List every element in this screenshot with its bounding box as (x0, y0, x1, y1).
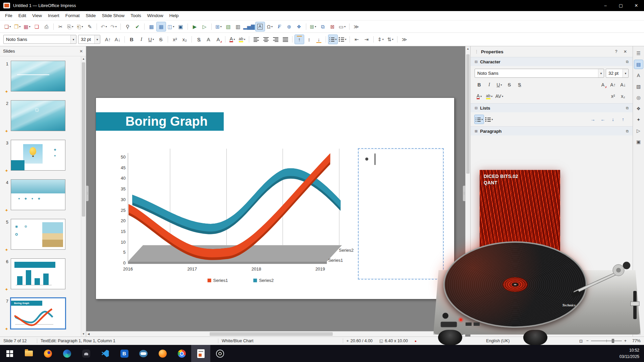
menu-window[interactable]: Window (144, 12, 166, 19)
clear-formatting-button[interactable]: A (214, 35, 223, 44)
collapse-icon[interactable]: ⊟ (475, 60, 478, 64)
thumbnail-image[interactable]: ✦❖✦❖ (11, 179, 65, 210)
menu-edit[interactable]: Edit (15, 12, 29, 19)
valign-top-button[interactable]: ↑ (295, 35, 304, 44)
task-firefox[interactable] (38, 345, 57, 362)
taskbar-clock[interactable]: 10:52 03/11/2025 (620, 347, 644, 360)
insert-image-button[interactable]: ▧ (224, 22, 233, 31)
pane-splitter-right[interactable]: ⋮ (463, 186, 465, 201)
redo-button[interactable]: ↷ ▾ (109, 22, 118, 31)
subscript-button[interactable]: x₂ (180, 35, 189, 44)
maximize-button[interactable]: ▢ (613, 0, 629, 11)
slide-thumbnail-3[interactable]: 3 ❖✦ ✦ (0, 140, 81, 171)
task-screen-recorder[interactable] (210, 345, 229, 362)
new-slide-button[interactable]: ⊞ ▾ (309, 22, 318, 31)
sidebar-menu-button[interactable]: ☰ (634, 49, 643, 58)
duplicate-slide-button[interactable]: ⧉ (318, 22, 327, 31)
valign-center-button[interactable]: ↕ (305, 35, 314, 44)
print-button[interactable]: ⎙ (42, 22, 51, 31)
dialog-launcher-icon[interactable]: ⧉ (626, 106, 629, 110)
sidebar-italic-button[interactable]: I (485, 80, 494, 89)
sidebar-tab-styles[interactable]: A (634, 71, 643, 80)
sidebar-font-size-combo[interactable]: 32 pt ▾ (606, 69, 629, 78)
slide-title-text[interactable]: Boring Graph (125, 112, 208, 131)
sidebar-underline-button[interactable]: U▾ (495, 80, 504, 89)
snap-grid-button[interactable]: ▦ (157, 22, 166, 31)
menu-help[interactable]: Help (166, 12, 182, 19)
export-pdf-button[interactable]: ❏ (32, 22, 41, 31)
line-spacing-button[interactable]: ⇕ ▾ (376, 35, 385, 44)
sidebar-decrease-size-button[interactable]: A↓ (619, 80, 628, 89)
special-character-button[interactable]: Ω ▾ (265, 22, 274, 31)
thumbnail-image[interactable]: ❖✦ (11, 140, 65, 171)
sidebar-subscript-button[interactable]: x₂ (619, 92, 628, 101)
slide-thumbnail-5[interactable]: 5 ◉ ⊚✪ ✦ (0, 219, 81, 250)
shadow-button[interactable]: S (194, 35, 203, 44)
chevron-down-icon[interactable]: ▾ (623, 69, 628, 77)
task-edge[interactable] (57, 345, 76, 362)
align-right-button[interactable] (271, 35, 280, 44)
scroll-up-icon[interactable]: ▲ (466, 46, 470, 51)
slide-page[interactable]: 50 45 40 35 30 25 20 15 10 5 0 2016 2017… (96, 98, 454, 299)
chevron-down-icon[interactable]: ▾ (598, 69, 604, 77)
menu-tools[interactable]: Tools (127, 12, 144, 19)
display-grid-button[interactable]: ▦ (147, 22, 156, 31)
close-icon[interactable]: ✕ (79, 49, 83, 54)
paste-button[interactable]: ⎗ ▾ (75, 22, 85, 31)
insert-chart-button[interactable]: ▂▅▇ (243, 22, 255, 31)
menu-format[interactable]: Format (62, 12, 83, 19)
close-button[interactable]: ✕ (629, 0, 644, 11)
sidebar-highlight-button[interactable]: ab▾ (485, 92, 494, 101)
spelling-button[interactable]: ✔ (133, 22, 142, 31)
insert-textbox-button[interactable]: A (256, 22, 265, 31)
start-current-slide-button[interactable]: ▷ (200, 22, 209, 31)
collapse-icon[interactable]: ⊟ (475, 106, 478, 110)
chevron-down-icon[interactable]: ▾ (94, 35, 100, 44)
task-vscode[interactable] (96, 345, 115, 362)
insert-table-button[interactable]: ⊞ ▾ (214, 22, 223, 31)
start-button[interactable] (0, 345, 19, 362)
slide-thumbnail-2[interactable]: 2 ☼ ✦ (0, 100, 81, 131)
task-chrome[interactable] (172, 345, 191, 362)
undo-button[interactable]: ↶ ▾ (99, 22, 108, 31)
menu-insert[interactable]: Insert (45, 12, 62, 19)
fontwork-button[interactable]: F (275, 22, 284, 31)
sidebar-tab-shapes[interactable]: ❖ (634, 104, 643, 113)
sidebar-tab-gallery[interactable]: ▧ (634, 82, 643, 91)
menu-slide[interactable]: Slide (83, 12, 99, 19)
thumbnail-image[interactable] (11, 258, 65, 289)
horizontal-scrollbar[interactable]: ◀ ▶ (86, 331, 465, 337)
sidebar-character-spacing-button[interactable]: AV▾ (495, 92, 504, 101)
help-icon[interactable]: ? (613, 49, 620, 54)
task-impress-active[interactable] (191, 345, 210, 362)
slide-properties-button[interactable]: ▭ ▾ (338, 22, 347, 31)
sidebar-bullets-button[interactable]: ▾ (475, 115, 484, 124)
scrollbar-thumb[interactable] (210, 332, 333, 336)
font-size-combo[interactable]: 32 pt ▾ (78, 35, 100, 44)
thumbnail-image[interactable]: ☼ (11, 100, 65, 131)
close-sidebar-icon[interactable]: ✕ (622, 49, 629, 54)
start-first-slide-button[interactable]: ▶ (190, 22, 199, 31)
strikethrough-button[interactable]: S (156, 35, 165, 44)
thumbnail-image[interactable]: Boring Graph (11, 298, 65, 329)
task-file-explorer[interactable] (19, 345, 38, 362)
sidebar-tab-animation[interactable]: ✦ (634, 115, 643, 124)
task-godot[interactable] (134, 345, 153, 362)
sidebar-increase-size-button[interactable]: A↑ (608, 80, 618, 89)
decrease-indent-button[interactable]: ⇤ (352, 35, 361, 44)
align-center-button[interactable] (261, 35, 270, 44)
highlight-color-button[interactable]: ab ▾ (237, 35, 247, 44)
dialog-launcher-icon[interactable]: ⧉ (626, 129, 629, 133)
promote-button[interactable]: ← (598, 115, 607, 124)
draw-functions-button[interactable]: ❖ (294, 22, 304, 31)
move-up-button[interactable]: ↑ (619, 115, 628, 124)
slide-thumbnail-6[interactable]: 6 ✦ (0, 258, 81, 289)
copy-button[interactable]: ⎘ ▾ (66, 22, 75, 31)
bullets-button[interactable]: ▾ (328, 35, 337, 44)
menu-file[interactable]: File (2, 12, 15, 19)
task-app-b[interactable]: B (115, 345, 134, 362)
justify-button[interactable] (281, 35, 290, 44)
scroll-down-icon[interactable]: ▼ (81, 331, 86, 337)
master-slide-button[interactable]: ▣ (176, 22, 185, 31)
sidebar-font-color-button[interactable]: A▾ (475, 92, 484, 101)
